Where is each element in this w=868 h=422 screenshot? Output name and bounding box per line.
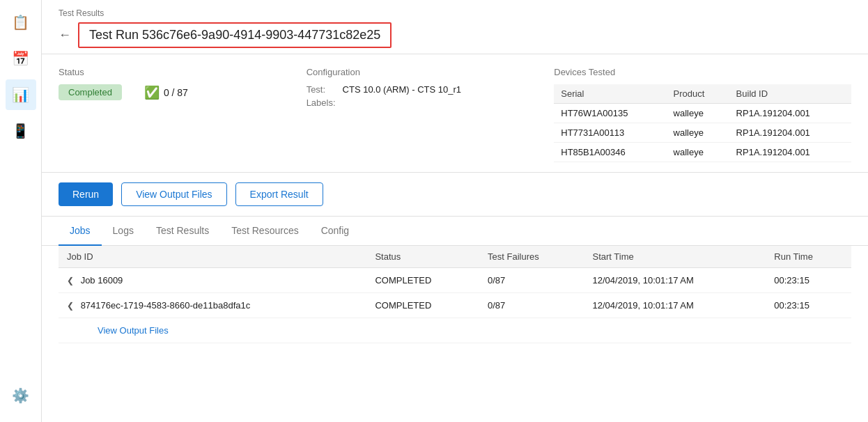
view-output-link[interactable]: View Output Files bbox=[59, 318, 851, 343]
job-name: Job 16009 bbox=[81, 275, 123, 286]
expand-icon-sub[interactable]: ❮ bbox=[67, 301, 74, 311]
status-label: Status bbox=[59, 67, 307, 77]
devices-label: Devices Tested bbox=[554, 67, 851, 77]
jobs-table: Job ID Status Test Failures Start Time R… bbox=[59, 246, 851, 343]
subjob-status-cell: COMPLETED bbox=[366, 293, 479, 318]
pass-count: 0 / 87 bbox=[164, 87, 188, 98]
sidebar-item-calendar[interactable]: 📅 bbox=[6, 43, 36, 74]
view-output-button[interactable]: View Output Files bbox=[121, 182, 226, 206]
device-serial: HT76W1A00135 bbox=[554, 104, 666, 123]
device-serial: HT7731A00113 bbox=[554, 123, 666, 143]
devices-table: Serial Product Build ID HT76W1A00135 wal… bbox=[554, 84, 851, 162]
config-grid: Test: CTS 10.0 (ARM) - CTS 10_r1 Labels: bbox=[307, 84, 555, 108]
job-failures-cell: 0/87 bbox=[479, 268, 584, 293]
test-run-title: Test Run 536c76e6-9a90-4914-9903-447731c… bbox=[78, 22, 392, 48]
devices-icon: 📱 bbox=[12, 123, 29, 139]
jobs-col-status: Status bbox=[366, 246, 479, 268]
status-block: Status Completed ✅ 0 / 87 bbox=[59, 67, 307, 162]
tab-logs[interactable]: Logs bbox=[102, 217, 145, 246]
jobs-col-runtime: Run Time bbox=[766, 246, 851, 268]
main-content: Test Results ← Test Run 536c76e6-9a90-49… bbox=[42, 0, 868, 422]
test-value: CTS 10.0 (ARM) - CTS 10_r1 bbox=[343, 84, 555, 95]
calendar-icon: 📅 bbox=[12, 50, 29, 67]
sidebar: 📋 📅 📊 📱 ⚙️ bbox=[0, 0, 42, 422]
info-section: Status Completed ✅ 0 / 87 Configuration … bbox=[42, 54, 868, 173]
devices-block: Devices Tested Serial Product Build ID H… bbox=[554, 67, 851, 162]
breadcrumb: Test Results bbox=[59, 8, 851, 18]
devices-col-buildid: Build ID bbox=[729, 84, 851, 104]
settings-icon: ⚙️ bbox=[12, 387, 29, 404]
device-buildid: RP1A.191204.001 bbox=[729, 123, 851, 143]
job-status-cell: COMPLETED bbox=[366, 268, 479, 293]
table-row: HT76W1A00135 walleye RP1A.191204.001 bbox=[554, 104, 851, 123]
test-key: Test: bbox=[307, 84, 336, 95]
export-result-button[interactable]: Export Result bbox=[235, 182, 323, 206]
device-serial: HT85B1A00346 bbox=[554, 143, 666, 162]
job-id-cell: ❮ Job 16009 bbox=[59, 268, 366, 293]
config-label: Configuration bbox=[307, 67, 555, 77]
tab-test-resources[interactable]: Test Resources bbox=[220, 217, 309, 246]
pass-indicator: ✅ 0 / 87 bbox=[144, 85, 188, 100]
subjob-failures-cell: 0/87 bbox=[479, 293, 584, 318]
job-starttime-cell: 12/04/2019, 10:01:17 AM bbox=[584, 268, 766, 293]
jobs-section: Job ID Status Test Failures Start Time R… bbox=[42, 246, 868, 422]
jobs-col-starttime: Start Time bbox=[584, 246, 766, 268]
device-product: walleye bbox=[667, 143, 729, 162]
actions-bar: Rerun View Output Files Export Result bbox=[42, 173, 868, 217]
sidebar-item-analytics[interactable]: 📊 bbox=[6, 79, 36, 110]
device-buildid: RP1A.191204.001 bbox=[729, 104, 851, 123]
config-block: Configuration Test: CTS 10.0 (ARM) - CTS… bbox=[307, 67, 555, 162]
labels-key: Labels: bbox=[307, 97, 336, 108]
job-runtime-cell: 00:23:15 bbox=[766, 268, 851, 293]
devices-col-serial: Serial bbox=[554, 84, 666, 104]
devices-col-product: Product bbox=[667, 84, 729, 104]
table-row: ❮ Job 16009 COMPLETED 0/87 12/04/2019, 1… bbox=[59, 268, 851, 293]
rerun-button[interactable]: Rerun bbox=[59, 182, 113, 206]
table-row: HT85B1A00346 walleye RP1A.191204.001 bbox=[554, 143, 851, 162]
tab-jobs[interactable]: Jobs bbox=[59, 217, 102, 246]
subjob-runtime-cell: 00:23:15 bbox=[766, 293, 851, 318]
analytics-icon: 📊 bbox=[12, 86, 29, 103]
back-button[interactable]: ← bbox=[59, 28, 71, 42]
labels-value bbox=[343, 97, 555, 108]
device-product: walleye bbox=[667, 104, 729, 123]
tab-config[interactable]: Config bbox=[310, 217, 360, 246]
table-row-output: View Output Files bbox=[59, 318, 851, 343]
expand-icon[interactable]: ❮ bbox=[67, 276, 74, 286]
device-buildid: RP1A.191204.001 bbox=[729, 143, 851, 162]
header: Test Results ← Test Run 536c76e6-9a90-49… bbox=[42, 0, 868, 54]
subjob-starttime-cell: 12/04/2019, 10:01:17 AM bbox=[584, 293, 766, 318]
sidebar-item-settings[interactable]: ⚙️ bbox=[6, 380, 36, 411]
jobs-col-failures: Test Failures bbox=[479, 246, 584, 268]
tabs-bar: Jobs Logs Test Results Test Resources Co… bbox=[42, 217, 868, 246]
sidebar-item-devices[interactable]: 📱 bbox=[6, 116, 36, 146]
tasks-icon: 📋 bbox=[12, 14, 29, 31]
tab-test-results[interactable]: Test Results bbox=[145, 217, 220, 246]
subjob-id-cell: ❮ 874176ec-1719-4583-8660-de11ba8dfa1c bbox=[59, 293, 366, 318]
title-row: ← Test Run 536c76e6-9a90-4914-9903-44773… bbox=[59, 22, 851, 48]
subjob-name: 874176ec-1719-4583-8660-de11ba8dfa1c bbox=[81, 300, 251, 311]
sidebar-item-tasks[interactable]: 📋 bbox=[6, 7, 36, 38]
check-icon: ✅ bbox=[144, 85, 160, 100]
jobs-col-id: Job ID bbox=[59, 246, 366, 268]
device-product: walleye bbox=[667, 123, 729, 143]
table-row: HT7731A00113 walleye RP1A.191204.001 bbox=[554, 123, 851, 143]
status-badge: Completed bbox=[59, 84, 122, 100]
table-row: ❮ 874176ec-1719-4583-8660-de11ba8dfa1c C… bbox=[59, 293, 851, 318]
